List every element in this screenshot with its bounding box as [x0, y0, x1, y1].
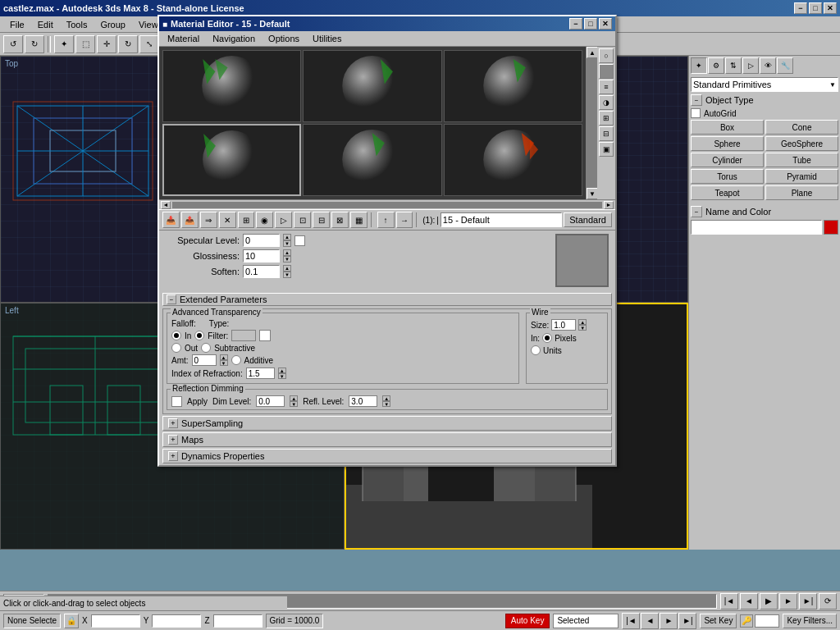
sphere-cell-1[interactable] [162, 50, 301, 122]
cmd-display[interactable]: 👁 [760, 57, 776, 74]
cmd-hierarchy[interactable]: ⇅ [725, 57, 742, 74]
key-filters-btn[interactable]: Key Filters... [783, 614, 837, 628]
soft-spin-up[interactable]: ▲ [283, 265, 291, 272]
dynamics-expand-icon[interactable]: + [168, 451, 178, 461]
index-refraction-input[interactable] [246, 368, 275, 379]
dim-level-input[interactable] [256, 395, 285, 407]
scroll-up-btn[interactable]: ▲ [587, 47, 598, 58]
play-start-btn[interactable]: |◄ [720, 593, 738, 609]
soften-input[interactable] [243, 265, 280, 278]
mat-video-icon[interactable]: ▣ [599, 142, 614, 157]
app-minimize-button[interactable]: − [794, 2, 807, 14]
color-swatch[interactable] [824, 220, 838, 235]
auto-key-btn[interactable]: Auto Key [505, 614, 550, 628]
frame-input[interactable] [755, 614, 779, 628]
refl-spin-down[interactable]: ▼ [382, 401, 390, 407]
mat-tool-reset[interactable]: ✕ [219, 212, 236, 228]
spec-spin-down[interactable]: ▼ [283, 240, 291, 247]
color-preview-box[interactable] [555, 234, 609, 287]
soft-spin-down[interactable]: ▼ [283, 272, 291, 278]
mat-sample-uv-icon[interactable]: ⊟ [599, 126, 614, 141]
apply-checkbox[interactable] [171, 396, 182, 407]
mat-tool-show-end[interactable]: ⊟ [313, 212, 330, 228]
dim-spin-down[interactable]: ▼ [290, 401, 298, 407]
mat-editor-min-btn[interactable]: − [569, 18, 582, 30]
dynamics-rollout[interactable]: + Dynamics Properties [162, 449, 612, 463]
play-next-btn[interactable]: ► [779, 593, 797, 609]
toolbar-select[interactable]: ✦ [54, 35, 74, 53]
amt-spin-up[interactable]: ▲ [220, 354, 228, 360]
mat-tool-preview[interactable]: ▷ [275, 212, 292, 228]
sphere-cell-5[interactable] [303, 124, 441, 196]
btn-cylinder[interactable]: Cylinder [691, 153, 764, 167]
scroll-down-btn[interactable]: ▼ [587, 188, 598, 199]
mat-editor-close-btn[interactable]: ✕ [599, 18, 612, 30]
key-end-btn[interactable]: ►| [678, 613, 696, 629]
size-spin-down[interactable]: ▼ [578, 325, 587, 331]
menu-group[interactable]: Group [94, 18, 132, 31]
mat-type-btn[interactable]: Standard [564, 212, 612, 227]
play-loop-btn[interactable]: ⟳ [819, 593, 837, 609]
mat-tool-nav-up[interactable]: ↑ [377, 212, 395, 228]
cmd-modify[interactable]: ⚙ [708, 57, 724, 74]
mat-menu-material[interactable]: Material [162, 33, 204, 44]
radio-filter[interactable] [194, 331, 204, 340]
mat-tool-put[interactable]: 📤 [181, 212, 199, 228]
toolbar-rotate[interactable]: ↻ [118, 35, 138, 53]
toolbar-redo[interactable]: ↻ [25, 35, 44, 53]
mat-tool-bg[interactable]: ⊠ [331, 212, 349, 228]
mat-horizontal-icon[interactable]: ≡ [599, 80, 614, 94]
mat-editor-max-btn[interactable]: □ [584, 18, 597, 30]
mat-menu-navigation[interactable]: Navigation [208, 33, 260, 44]
radio-units[interactable] [531, 345, 541, 355]
dim-spin-up[interactable]: ▲ [290, 395, 298, 401]
mat-menu-utilities[interactable]: Utilities [308, 33, 346, 44]
specular-level-checkbox[interactable] [294, 235, 305, 246]
glossiness-input[interactable] [243, 249, 280, 262]
maps-expand-icon[interactable]: + [168, 435, 178, 445]
y-coord-input[interactable] [152, 614, 201, 628]
supersampling-rollout[interactable]: + SuperSampling [162, 416, 612, 431]
primitives-dropdown[interactable]: Standard Primitives ▼ [691, 77, 838, 92]
cmd-utilities[interactable]: 🔧 [777, 57, 793, 74]
cmd-motion[interactable]: ▷ [742, 57, 759, 74]
toolbar-select-region[interactable]: ⬚ [75, 35, 95, 53]
app-close-button[interactable]: ✕ [824, 2, 837, 14]
menu-edit[interactable]: Edit [31, 18, 60, 31]
btn-tube[interactable]: Tube [765, 153, 838, 167]
mat-tool-checkered[interactable]: ▦ [350, 212, 368, 228]
toolbar-undo[interactable]: ↺ [3, 35, 23, 53]
hscroll-right-btn[interactable]: ► [604, 201, 614, 209]
radio-in[interactable] [171, 331, 181, 340]
set-key-btn[interactable]: Set Key [700, 614, 737, 628]
radio-subtractive[interactable] [201, 343, 211, 353]
btn-teapot[interactable]: Teapot [691, 185, 764, 200]
btn-sphere[interactable]: Sphere [691, 136, 764, 151]
btn-geosphere[interactable]: GeoSphere [765, 136, 838, 151]
toolbar-scale[interactable]: ⤡ [139, 35, 159, 53]
spec-spin-up[interactable]: ▲ [283, 234, 291, 240]
sphere-cell-2[interactable] [303, 50, 441, 122]
play-btn[interactable]: ▶ [760, 593, 778, 609]
sphere-cell-6[interactable] [444, 124, 582, 196]
mat-name-input[interactable] [441, 212, 562, 227]
specular-level-input[interactable] [243, 234, 280, 247]
hscroll-left-btn[interactable]: ◄ [161, 201, 171, 209]
refl-spin-up[interactable]: ▲ [382, 395, 390, 401]
size-spin-up[interactable]: ▲ [578, 319, 587, 325]
z-coord-input[interactable] [213, 614, 262, 628]
maps-rollout[interactable]: + Maps [162, 432, 612, 447]
menu-tools[interactable]: Tools [60, 18, 94, 31]
menu-file[interactable]: File [3, 18, 31, 31]
btn-cone[interactable]: Cone [765, 120, 838, 135]
radio-additive[interactable] [231, 355, 241, 365]
btn-pyramid[interactable]: Pyramid [765, 169, 838, 184]
mat-tool-nav-fwd[interactable]: → [396, 212, 413, 228]
radio-out[interactable] [171, 343, 181, 353]
toolbar-move[interactable]: ✛ [97, 35, 116, 53]
key-next-btn[interactable]: ► [660, 613, 678, 629]
gloss-spin-up[interactable]: ▲ [283, 249, 291, 256]
autogrid-checkbox[interactable] [691, 108, 701, 118]
amt-spin-down[interactable]: ▼ [220, 360, 228, 366]
x-coord-input[interactable] [91, 614, 140, 628]
